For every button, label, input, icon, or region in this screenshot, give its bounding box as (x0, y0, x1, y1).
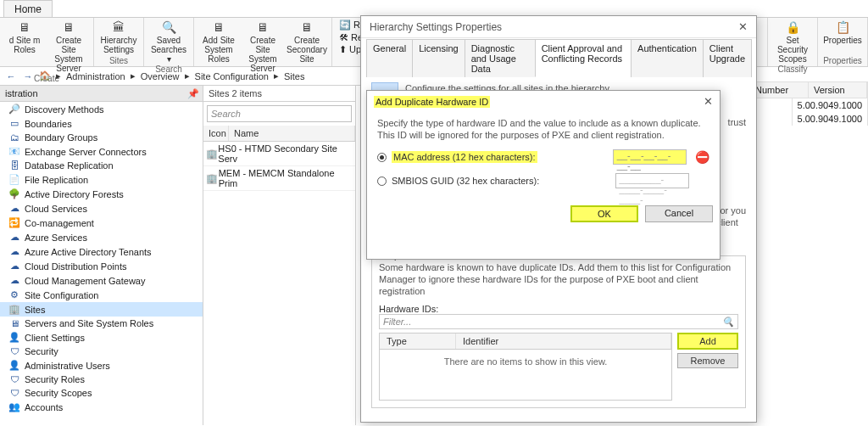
ribbon-hierarchy-settings[interactable]: 🏛Hierarchy Settings (97, 20, 140, 54)
site-name: HS0 - HTMD Secondary Site Serv (218, 143, 353, 164)
tree-label: Client Settings (25, 333, 85, 343)
col-version[interactable]: Version (809, 82, 867, 98)
col-number[interactable]: Number (750, 82, 809, 98)
add-duplicate-hw-dialog: Add Duplicate Hardware ID ✕ Specify the … (366, 90, 721, 260)
gridcol-identifier[interactable]: Identifier (456, 334, 671, 349)
sidebar-item[interactable]: 🗂Boundary Groups (0, 131, 203, 144)
label-mac: MAC address (12 hex characters): (392, 151, 537, 163)
breadcrumb-sep: ▸ (56, 70, 61, 81)
breadcrumb-sep: ▸ (131, 70, 136, 81)
tree-icon: 👤 (8, 360, 20, 371)
tree-label: Exchange Server Connectors (25, 147, 147, 157)
server-icon: 🖥 (254, 20, 271, 35)
breadcrumb-admin[interactable]: Administration (66, 71, 125, 81)
close-icon[interactable]: ✕ (738, 20, 748, 33)
ribbon-add-system-roles[interactable]: 🖥Add Site System Roles (198, 20, 240, 64)
props-tab[interactable]: Diagnostic and Usage Data (465, 39, 536, 77)
tree-icon: 🔁 (8, 217, 20, 228)
sites-list-header: Sites 2 items (203, 86, 355, 102)
tree-icon: ☁ (8, 246, 20, 257)
sidebar-item[interactable]: ☁Cloud Distribution Points (0, 259, 203, 273)
guid-input[interactable]: ________-____-____-____- (615, 173, 689, 188)
sidebar-item[interactable]: 👤Administrative Users (0, 358, 203, 373)
cancel-button[interactable]: Cancel (645, 205, 713, 222)
tree-icon: ☁ (8, 232, 20, 243)
sidebar-item[interactable]: 📄File Replication (0, 172, 203, 187)
tree-icon: ☁ (8, 275, 20, 286)
tree-label: Security Roles (25, 374, 85, 384)
tree-icon: 👥 (8, 401, 20, 412)
breadcrumb-sites[interactable]: Sites (284, 71, 304, 81)
pin-icon[interactable]: 📌 (187, 88, 199, 99)
sidebar-item[interactable]: ☁Azure Active Directory Tenants (0, 244, 203, 259)
ribbon-create-site-roles[interactable]: 🖥d Site m Roles (3, 20, 46, 54)
sidebar-item[interactable]: 🛡Security (0, 345, 203, 358)
tree-icon: ☁ (8, 261, 20, 272)
ribbon-saved-searches[interactable]: 🔍Saved Searches ▾ (147, 20, 190, 64)
ribbon-security-scopes[interactable]: 🔒Set Security Scopes (771, 20, 814, 64)
props-tab[interactable]: Client Upgrade (703, 39, 752, 77)
breadcrumb-siteconfig[interactable]: Site Configuration (195, 71, 269, 81)
site-row[interactable]: 🏢MEM - MEMCM Standalone Prim (203, 166, 355, 191)
tree-label: Azure Services (25, 233, 87, 243)
col-name[interactable]: Name (229, 126, 355, 141)
tree-icon: ☁ (8, 203, 20, 214)
add-button[interactable]: Add (677, 333, 738, 350)
sidebar-item[interactable]: ☁Azure Services (0, 230, 203, 244)
radio-mac[interactable] (377, 153, 387, 162)
sidebar-item[interactable]: 🗄Database Replication (0, 159, 203, 172)
tree-icon: 🔎 (8, 104, 20, 115)
tree-label: Site Configuration (25, 290, 98, 300)
sidebar-item[interactable]: 🛡Security Scopes (0, 386, 203, 400)
tree-icon: 🖥 (8, 318, 20, 328)
sidebar-item[interactable]: 🔁Co-management (0, 216, 203, 230)
hardware-ids-grid[interactable]: Type Identifier There are no items to sh… (379, 333, 672, 401)
tree-label: Boundary Groups (25, 132, 97, 143)
ok-button[interactable]: OK (570, 205, 638, 222)
sidebar-item[interactable]: 🖥Servers and Site System Roles (0, 317, 203, 330)
ribbon-properties[interactable]: 📋Properties (821, 20, 864, 45)
tree-icon: ▭ (8, 118, 20, 129)
version-value: 5.00.9049.1000 (793, 98, 868, 112)
radio-guid[interactable] (377, 177, 387, 186)
props-tab[interactable]: Authentication (631, 39, 704, 77)
nav-back-icon[interactable]: ← (5, 70, 17, 82)
sidebar-item[interactable]: 👥Accounts (0, 400, 203, 414)
props-tab[interactable]: Licensing (412, 39, 465, 77)
hardware-ids-filter[interactable]: Filter... 🔍 (379, 314, 738, 329)
sidebar-item[interactable]: 📧Exchange Server Connectors (0, 144, 203, 159)
tree-icon: 🗄 (8, 160, 20, 171)
close-icon[interactable]: ✕ (704, 95, 713, 108)
breadcrumb-overview[interactable]: Overview (141, 71, 180, 81)
nav-fwd-icon[interactable]: → (22, 70, 34, 82)
col-icon[interactable]: Icon (203, 126, 229, 141)
remove-button[interactable]: Remove (677, 353, 738, 368)
tree-label: Database Replication (25, 160, 114, 171)
search-icon: 🔍 (160, 20, 177, 35)
sidebar-item[interactable]: ▭Boundaries (0, 116, 203, 131)
ribbon-create-secondary[interactable]: 🖥Create Secondary Site (286, 20, 328, 64)
tree-label: Security (25, 346, 58, 356)
sites-search-input[interactable]: Search (207, 105, 352, 122)
tree-label: Co-management (25, 218, 94, 228)
ribbon-create-system-server[interactable]: 🖥Create Site System Server (242, 20, 284, 73)
sidebar-item[interactable]: 🏢Sites (0, 302, 203, 317)
sidebar-item[interactable]: 🌳Active Directory Forests (0, 187, 203, 201)
sidebar-item[interactable]: 👤Client Settings (0, 330, 203, 345)
sidebar-item[interactable]: 🔎Discovery Methods (0, 102, 203, 116)
sidebar-item[interactable]: 🛡Security Roles (0, 373, 203, 386)
sidebar-item[interactable]: ☁Cloud Management Gateway (0, 273, 203, 288)
tree-icon: 🛡 (8, 346, 20, 356)
server-add-icon: 🖥 (210, 20, 227, 35)
tree-label: Cloud Management Gateway (25, 276, 145, 286)
props-tab[interactable]: Client Approval and Conflicting Records (535, 39, 632, 77)
site-row[interactable]: 🏢HS0 - HTMD Secondary Site Serv (203, 142, 355, 166)
sidebar-item[interactable]: ☁Cloud Services (0, 201, 203, 216)
mac-input[interactable]: __-__-__-__-__-__ (613, 149, 687, 165)
sidebar-item[interactable]: ⚙Site Configuration (0, 288, 203, 302)
nav-root-icon[interactable]: 🏠 (39, 70, 51, 82)
props-tab[interactable]: General (366, 39, 413, 77)
gridcol-type[interactable]: Type (380, 334, 456, 349)
ribbon-create-site-server[interactable]: 🖥Create Site System Server (47, 20, 90, 73)
ribbon-tab-home[interactable]: Home (3, 0, 53, 17)
